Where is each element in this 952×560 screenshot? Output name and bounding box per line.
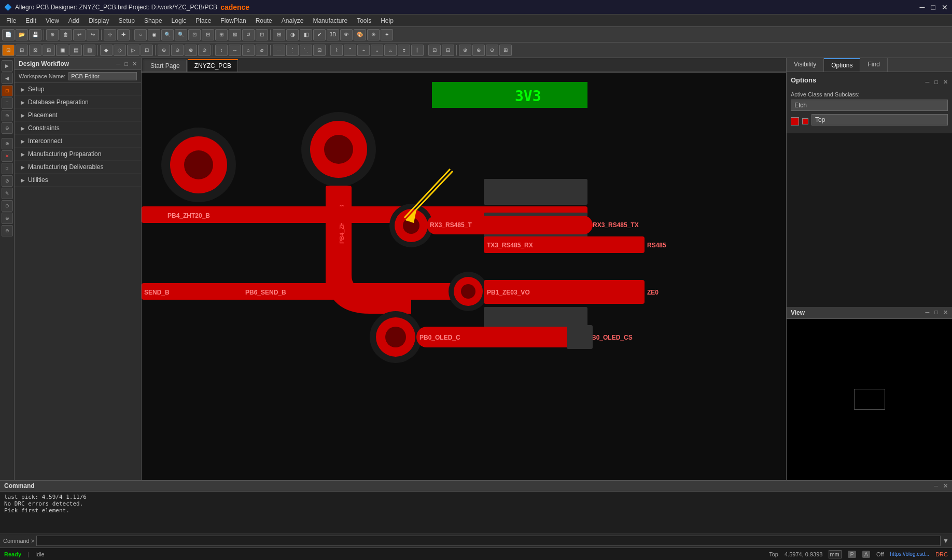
- workflow-item-database[interactable]: ▶ Database Preparation: [15, 96, 141, 109]
- ltb-13[interactable]: ⊚: [2, 213, 13, 224]
- window-controls[interactable]: ─ □ ✕: [920, 3, 948, 11]
- tb2-21[interactable]: ⋮: [286, 45, 299, 56]
- canvas-area[interactable]: Start Page ZNYZC_PCB 3V3: [142, 58, 786, 480]
- menu-display[interactable]: Display: [85, 16, 113, 25]
- ltb-12[interactable]: ⊙: [2, 200, 13, 212]
- tb2-31[interactable]: ⊡: [428, 45, 441, 56]
- menu-logic[interactable]: Logic: [167, 16, 191, 25]
- options-restore[interactable]: □: [934, 79, 938, 86]
- workflow-item-interconnect[interactable]: ▶ Interconnect: [15, 135, 141, 148]
- pcb-canvas[interactable]: 3V3 PB4_ZHT20_B PB4_ZH: [142, 73, 786, 480]
- tb-open[interactable]: 📂: [16, 29, 28, 40]
- workflow-close[interactable]: ✕: [132, 61, 137, 67]
- options-close[interactable]: ✕: [943, 79, 948, 86]
- menu-edit[interactable]: Edit: [21, 16, 40, 25]
- tb-pie[interactable]: ◑: [286, 29, 299, 40]
- view-restore[interactable]: □: [934, 309, 938, 316]
- tb2-30[interactable]: ⌈: [411, 45, 424, 56]
- tb2-2[interactable]: ⊟: [16, 45, 28, 56]
- ltb-1[interactable]: ▶: [2, 60, 13, 72]
- unit-dropdown[interactable]: mm mil inch: [829, 550, 842, 558]
- ltb-9[interactable]: ⌑: [2, 163, 13, 174]
- view-close[interactable]: ✕: [943, 309, 948, 316]
- tb-add-via[interactable]: ○: [134, 29, 147, 40]
- tb2-24[interactable]: ⌇: [330, 45, 343, 56]
- tb2-33[interactable]: ⊛: [459, 45, 471, 56]
- minimize-button[interactable]: ─: [920, 3, 925, 11]
- view-header-buttons[interactable]: ─ □ ✕: [923, 309, 948, 316]
- menu-help[interactable]: Help: [376, 16, 398, 25]
- tb-cursor[interactable]: ⊹: [104, 29, 116, 40]
- ltb-4[interactable]: T: [2, 97, 13, 109]
- workflow-item-placement[interactable]: ▶ Placement: [15, 109, 141, 122]
- tb-zoom-out[interactable]: 🔍: [175, 29, 187, 40]
- tb-redo[interactable]: ↪: [87, 29, 99, 40]
- tb2-36[interactable]: ⊞: [499, 45, 512, 56]
- tb2-32[interactable]: ⊟: [442, 45, 454, 56]
- ltb-11[interactable]: ✎: [2, 188, 13, 199]
- workspace-dropdown[interactable]: PCB Editor: [68, 72, 137, 80]
- tb2-1[interactable]: ⊡: [2, 45, 15, 56]
- tb2-16[interactable]: ↕: [215, 45, 228, 56]
- tb-grid[interactable]: ⊞: [273, 29, 285, 40]
- ltb-14[interactable]: ⊛: [2, 225, 13, 236]
- ltb-10[interactable]: ⊘: [2, 175, 13, 187]
- tab-options[interactable]: Options: [824, 58, 860, 72]
- tb2-20[interactable]: ⋯: [273, 45, 285, 56]
- view-minimize[interactable]: ─: [926, 309, 930, 316]
- menu-file[interactable]: File: [2, 16, 20, 25]
- tb-zoom-fit[interactable]: ⊡: [188, 29, 201, 40]
- menu-tools[interactable]: Tools: [353, 16, 375, 25]
- tb-vis[interactable]: 👁: [340, 29, 353, 40]
- tb-cross[interactable]: ✚: [117, 29, 130, 40]
- tab-visibility[interactable]: Visibility: [787, 58, 824, 72]
- menu-place[interactable]: Place: [191, 16, 215, 25]
- workflow-minimize[interactable]: ─: [117, 61, 121, 67]
- menu-route[interactable]: Route: [251, 16, 276, 25]
- menu-view[interactable]: View: [41, 16, 63, 25]
- tb2-22[interactable]: ⋱: [300, 45, 312, 56]
- tb2-35[interactable]: ⊝: [486, 45, 498, 56]
- menu-setup[interactable]: Setup: [115, 16, 139, 25]
- tb-capture[interactable]: ⊡: [256, 29, 268, 40]
- tb2-34[interactable]: ⊜: [472, 45, 485, 56]
- options-minimize[interactable]: ─: [926, 79, 930, 86]
- tb2-29[interactable]: ⌆: [398, 45, 410, 56]
- tb2-11[interactable]: ⊡: [141, 45, 153, 56]
- tb-new[interactable]: 📄: [2, 29, 15, 40]
- tb2-9[interactable]: ◇: [114, 45, 126, 56]
- ltb-8[interactable]: ✕: [2, 150, 13, 162]
- ltb-6[interactable]: ⊖: [2, 122, 13, 134]
- tb2-13[interactable]: ⊖: [171, 45, 184, 56]
- ltb-5[interactable]: ⊕: [2, 110, 13, 121]
- command-dropdown-arrow[interactable]: ▼: [943, 537, 949, 544]
- menu-analyze[interactable]: Analyze: [277, 16, 308, 25]
- tb2-5[interactable]: ▣: [56, 45, 68, 56]
- workflow-item-utilities[interactable]: ▶ Utilities: [15, 174, 141, 187]
- tb-sun[interactable]: ☀: [367, 29, 380, 40]
- tb2-3[interactable]: ⊠: [29, 45, 41, 56]
- workflow-header-buttons[interactable]: ─ □ ✕: [115, 61, 137, 67]
- tb2-17[interactable]: ↔: [229, 45, 241, 56]
- tb2-7[interactable]: ▥: [83, 45, 95, 56]
- tb-zoom-prev[interactable]: ⊞: [215, 29, 228, 40]
- tb2-18[interactable]: ⌂: [242, 45, 255, 56]
- tb-save[interactable]: 💾: [29, 29, 41, 40]
- tb-delete[interactable]: 🗑: [60, 29, 72, 40]
- tb-color[interactable]: 🎨: [354, 29, 366, 40]
- class-dropdown[interactable]: Etch Board Constraint Region: [791, 100, 948, 111]
- tb2-4[interactable]: ⊞: [43, 45, 55, 56]
- menu-bar[interactable]: File Edit View Add Display Setup Shape L…: [0, 15, 952, 27]
- right-panel-tabs[interactable]: Visibility Options Find: [787, 58, 952, 72]
- command-close[interactable]: ✕: [943, 483, 948, 489]
- tb2-12[interactable]: ⊕: [158, 45, 170, 56]
- tb2-15[interactable]: ⊘: [198, 45, 211, 56]
- tab-start-page[interactable]: Start Page: [144, 60, 187, 72]
- menu-add[interactable]: Add: [64, 16, 83, 25]
- tb2-28[interactable]: ⌅: [384, 45, 397, 56]
- tb-zoom-in[interactable]: 🔍: [161, 29, 174, 40]
- tb-refresh[interactable]: ↺: [242, 29, 255, 40]
- tb2-26[interactable]: ⌁: [357, 45, 370, 56]
- workflow-item-manuf-prep[interactable]: ▶ Manufacturing Preparation: [15, 148, 141, 161]
- workflow-item-setup[interactable]: ▶ Setup: [15, 83, 141, 96]
